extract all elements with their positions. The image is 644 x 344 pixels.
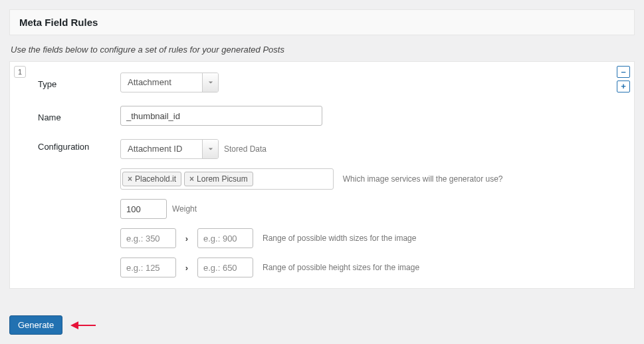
weight-hint: Weight bbox=[172, 204, 197, 214]
height-hint: Range of possible height sizes for the i… bbox=[263, 263, 419, 272]
width-min-input[interactable] bbox=[120, 228, 176, 248]
width-max-input[interactable] bbox=[197, 228, 253, 248]
image-services-hint: Which image services will the generator … bbox=[343, 174, 503, 184]
rule-index-column: 1 bbox=[11, 63, 29, 287]
height-max-input[interactable] bbox=[197, 258, 253, 277]
rule-index-badge: 1 bbox=[14, 66, 26, 78]
config-mode-hint: Stored Data bbox=[224, 144, 267, 154]
panel-header: Meta Field Rules bbox=[9, 9, 635, 35]
chevron-down-icon bbox=[202, 73, 218, 92]
config-label: Configuration bbox=[38, 139, 120, 152]
tag-lorem-picsum: × Lorem Picsum bbox=[184, 172, 253, 186]
image-services-input[interactable]: × Placehold.it × Lorem Picsum bbox=[120, 168, 334, 190]
rule-form: Type Attachment Name Configuration Attac… bbox=[29, 63, 614, 287]
type-label: Type bbox=[38, 77, 120, 89]
remove-rule-button[interactable]: – bbox=[617, 66, 630, 78]
config-mode-value: Attachment ID bbox=[121, 140, 202, 158]
panel-description: Use the fields below to configure a set … bbox=[9, 35, 635, 61]
type-select[interactable]: Attachment bbox=[120, 73, 219, 92]
config-mode-select[interactable]: Attachment ID bbox=[120, 139, 219, 159]
rules-container: 1 Type Attachment Name Configuration bbox=[9, 61, 635, 289]
remove-tag-icon[interactable]: × bbox=[189, 174, 194, 184]
width-hint: Range of possible width sizes for the im… bbox=[263, 234, 416, 243]
type-select-value: Attachment bbox=[121, 73, 202, 92]
chevron-down-icon bbox=[202, 140, 218, 158]
tag-placeholdit: × Placehold.it bbox=[122, 172, 181, 186]
svg-marker-1 bbox=[70, 321, 78, 329]
name-input[interactable] bbox=[120, 106, 322, 126]
rule-actions: – + bbox=[614, 63, 633, 287]
range-arrow-icon: › bbox=[176, 228, 197, 248]
name-label: Name bbox=[38, 110, 120, 122]
add-rule-button[interactable]: + bbox=[617, 81, 630, 92]
height-min-input[interactable] bbox=[120, 258, 176, 277]
remove-tag-icon[interactable]: × bbox=[128, 174, 132, 184]
annotation-arrow-icon bbox=[70, 319, 97, 332]
range-arrow-icon: › bbox=[176, 258, 197, 277]
generate-button[interactable]: Generate bbox=[9, 315, 62, 335]
page-title: Meta Field Rules bbox=[19, 17, 625, 28]
weight-input[interactable] bbox=[120, 199, 167, 219]
footer: Generate bbox=[9, 315, 635, 335]
